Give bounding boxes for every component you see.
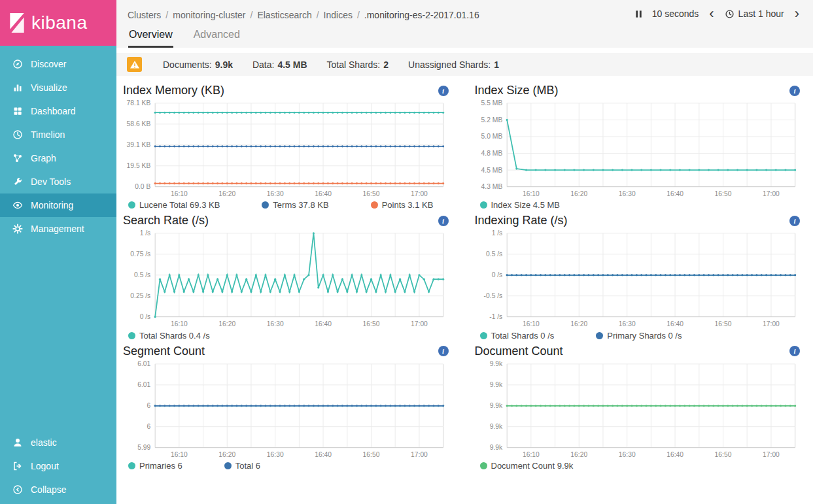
svg-text:16:50: 16:50 [714, 321, 731, 328]
chart-plot-svg[interactable]: 5.99666.016.0116:1016:2016:3016:4016:501… [123, 359, 449, 460]
sidebar-item-label: Dashboard [31, 106, 76, 116]
svg-text:16:30: 16:30 [267, 451, 284, 458]
svg-text:-1 /s: -1 /s [489, 313, 502, 320]
sidebar-item-label: Monitoring [31, 200, 73, 210]
chart-plot-svg[interactable]: 9.9k9.9k9.9k9.9k9.9k16:1016:2016:3016:40… [475, 359, 801, 460]
svg-text:16:20: 16:20 [218, 321, 235, 328]
svg-text:16:10: 16:10 [171, 451, 188, 458]
chart-plot-area[interactable]: 9.9k9.9k9.9k9.9k9.9k16:1016:2016:3016:40… [475, 359, 801, 460]
clock-icon [725, 9, 735, 19]
info-icon[interactable]: i [438, 216, 449, 226]
svg-text:9.9k: 9.9k [489, 444, 502, 451]
kibana-logo[interactable]: kibana [0, 0, 116, 46]
sidebar-item-collapse[interactable]: Collapse [0, 478, 116, 501]
sidebar-item-graph[interactable]: Graph [0, 146, 116, 170]
svg-text:78.1 KB: 78.1 KB [127, 99, 151, 107]
svg-text:16:10: 16:10 [171, 321, 188, 328]
chart-plot-svg[interactable]: 0.0 B19.5 KB39.1 KB58.6 KB78.1 KB16:1016… [123, 98, 449, 199]
svg-text:16:40: 16:40 [666, 321, 683, 328]
chart-plot-svg[interactable]: 0 /s0.25 /s0.5 /s0.75 /s1 /s16:1016:2016… [123, 228, 449, 329]
legend-label: Index Size 4.5 MB [491, 200, 561, 210]
tab-overview[interactable]: Overview [128, 29, 173, 48]
legend-item[interactable]: Points 3.1 KB [371, 200, 434, 210]
legend-item[interactable]: Document Count 9.9k [480, 461, 574, 471]
stat-data: Data:4.5 MB [252, 59, 307, 70]
stat-total-shards: Total Shards:2 [327, 59, 389, 70]
pause-icon [634, 9, 644, 19]
sidebar-item-label: Dev Tools [31, 176, 71, 187]
svg-text:16:40: 16:40 [315, 321, 332, 328]
info-icon[interactable]: i [438, 86, 449, 96]
info-icon[interactable]: i [438, 346, 449, 356]
breadcrumb-item[interactable]: .monitoring-es-2-2017.01.16 [364, 10, 479, 20]
legend-label: Lucene Total 69.3 KB [139, 200, 220, 210]
chart-plot-area[interactable]: 4.3 MB4.5 MB4.8 MB5.0 MB5.2 MB5.5 MB16:1… [475, 98, 801, 199]
info-icon[interactable]: i [789, 86, 800, 96]
chart-plot-svg[interactable]: -1 /s-0.5 /s0 /s0.5 /s1 /s16:1016:2016:3… [475, 228, 801, 329]
legend-dot [480, 201, 487, 209]
svg-text:6: 6 [147, 402, 151, 409]
graph-icon [12, 153, 23, 163]
sidebar-item-dashboard[interactable]: Dashboard [0, 99, 116, 123]
chart-legend: Lucene Total 69.3 KBTerms 37.8 KBPoints … [123, 200, 449, 210]
sidebar-item-monitoring[interactable]: Monitoring [0, 193, 116, 217]
svg-text:4.5 MB: 4.5 MB [481, 167, 502, 174]
sidebar-item-discover[interactable]: Discover [0, 52, 116, 76]
sidebar-item-timelion[interactable]: Timelion [0, 123, 116, 146]
sidebar-item-logout[interactable]: Logout [0, 454, 116, 478]
legend-dot [480, 462, 487, 469]
chart-plot-area[interactable]: -1 /s-0.5 /s0 /s0.5 /s1 /s16:1016:2016:3… [475, 228, 801, 329]
sidebar-item-visualize[interactable]: Visualize [0, 76, 116, 99]
legend-item[interactable]: Primaries 6 [128, 461, 182, 471]
dashboard-icon [12, 106, 23, 116]
info-icon[interactable]: i [789, 346, 800, 356]
legend-item[interactable]: Terms 37.8 KB [262, 200, 328, 210]
breadcrumb-item[interactable]: monitoring-cluster [173, 10, 245, 20]
breadcrumb-item[interactable]: Elasticsearch [257, 10, 311, 20]
refresh-interval-label[interactable]: 10 seconds [652, 8, 699, 19]
svg-text:5.5 MB: 5.5 MB [481, 99, 502, 107]
svg-text:0.5 /s: 0.5 /s [486, 251, 502, 258]
time-range-picker[interactable]: Last 1 hour [725, 8, 784, 19]
legend-item[interactable]: Primary Shards 0 /s [596, 331, 682, 341]
time-forward-button[interactable]: › [793, 9, 801, 18]
main-content: Clusters/monitoring-cluster/Elasticsearc… [116, 0, 813, 504]
chart-plot-svg[interactable]: 4.3 MB4.5 MB4.8 MB5.0 MB5.2 MB5.5 MB16:1… [475, 98, 801, 199]
sidebar-item-user-elastic[interactable]: elastic [0, 431, 116, 454]
legend-item[interactable]: Total 6 [224, 461, 260, 471]
legend-item[interactable]: Index Size 4.5 MB [480, 200, 561, 210]
sidebar-item-label: Collapse [31, 484, 66, 495]
kibana-logo-text: kibana [31, 12, 88, 33]
sidebar-item-label: Management [31, 224, 84, 234]
legend-label: Primaries 6 [139, 461, 182, 471]
svg-text:17:00: 17:00 [411, 451, 428, 458]
legend-dot [596, 332, 603, 339]
svg-text:16:10: 16:10 [522, 321, 539, 328]
sidebar-item-management[interactable]: Management [0, 217, 116, 241]
svg-text:9.9k: 9.9k [489, 423, 502, 430]
chart-index-size: Index Size (MB) i 4.3 MB4.5 MB4.8 MB5.0 … [475, 82, 801, 210]
chart-plot-area[interactable]: 0 /s0.25 /s0.5 /s0.75 /s1 /s16:1016:2016… [123, 228, 449, 329]
breadcrumb-item[interactable]: Indices [324, 10, 353, 20]
legend-item[interactable]: Total Shards 0 /s [480, 331, 555, 341]
time-back-button[interactable]: ‹ [707, 9, 716, 18]
chart-legend: Total Shards 0 /sPrimary Shards 0 /s [475, 331, 801, 341]
legend-item[interactable]: Lucene Total 69.3 KB [128, 200, 220, 210]
chart-title: Index Size (MB) [475, 84, 559, 97]
pause-button[interactable] [634, 9, 644, 19]
svg-text:5.99: 5.99 [137, 444, 150, 451]
legend-item[interactable]: Total Shards 0.4 /s [128, 331, 210, 341]
chart-plot-area[interactable]: 0.0 B19.5 KB39.1 KB58.6 KB78.1 KB16:1016… [123, 98, 449, 199]
svg-text:16:30: 16:30 [267, 190, 284, 197]
legend-dot [128, 332, 135, 339]
svg-text:1 /s: 1 /s [491, 230, 502, 237]
breadcrumb-item[interactable]: Clusters [128, 10, 161, 20]
gear-icon [12, 224, 23, 234]
sidebar-item-dev-tools[interactable]: Dev Tools [0, 170, 116, 193]
wrench-icon [12, 176, 23, 187]
time-range-label: Last 1 hour [738, 8, 784, 19]
tab-advanced[interactable]: Advanced [193, 29, 241, 48]
info-icon[interactable]: i [789, 216, 800, 226]
chart-plot-area[interactable]: 5.99666.016.0116:1016:2016:3016:4016:501… [123, 359, 449, 460]
svg-text:17:00: 17:00 [411, 190, 428, 197]
